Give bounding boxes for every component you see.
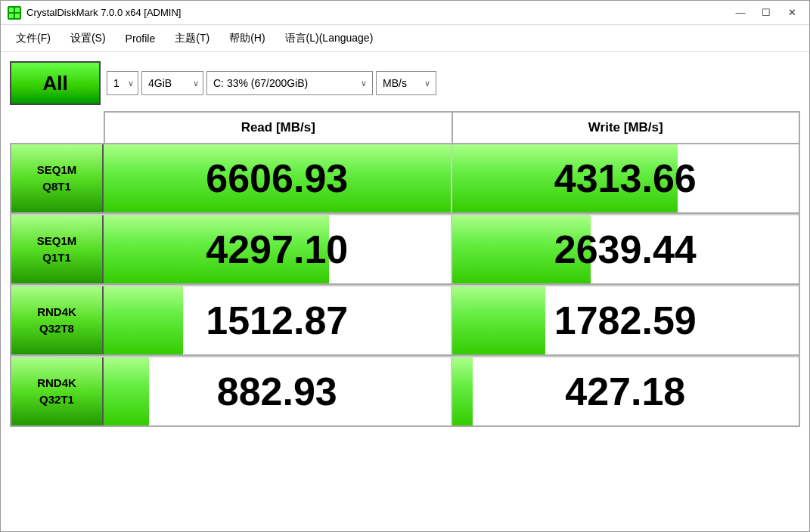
- drive-select[interactable]: C: 33% (67/200GiB): [206, 71, 373, 95]
- row-label-3: RND4K Q32T1: [11, 357, 104, 425]
- unit-dropdown-wrapper: MB/s GB/s: [376, 71, 436, 95]
- title-bar-left: CrystalDiskMark 7.0.0 x64 [ADMIN]: [7, 5, 181, 20]
- drive-dropdown-wrapper: C: 33% (67/200GiB): [206, 71, 373, 95]
- svg-rect-1: [9, 8, 14, 12]
- row-values-0: 6606.93 4313.66: [104, 144, 799, 212]
- row-label-1: SEQ1M Q1T1: [11, 215, 104, 283]
- header-cols: Read [MB/s] Write [MB/s]: [104, 111, 800, 143]
- row-label-0: SEQ1M Q8T1: [11, 144, 104, 212]
- table-row: SEQ1M Q8T1 6606.93 4313.66: [11, 144, 799, 214]
- table-row: SEQ1M Q1T1 4297.10 2639.44: [11, 214, 799, 285]
- read-value-3: 882.93: [104, 357, 451, 425]
- read-value-2: 1512.87: [104, 286, 451, 354]
- menu-file[interactable]: 文件(F): [7, 29, 60, 48]
- row-values-1: 4297.10 2639.44: [104, 215, 799, 283]
- count-dropdown-wrapper: 1 3 5: [107, 71, 138, 95]
- menu-language[interactable]: 语言(L)(Language): [276, 29, 383, 48]
- write-header: Write [MB/s]: [453, 113, 799, 143]
- data-rows-container: SEQ1M Q8T1 6606.93 4313.66: [10, 143, 800, 427]
- unit-select[interactable]: MB/s GB/s: [376, 71, 436, 95]
- maximize-button[interactable]: ☐: [755, 5, 777, 20]
- header-spacer: [10, 111, 104, 143]
- app-window: CrystalDiskMark 7.0.0 x64 [ADMIN] — ☐ ✕ …: [0, 0, 810, 532]
- write-value-0: 4313.66: [451, 144, 799, 212]
- minimize-button[interactable]: —: [729, 5, 752, 20]
- title-bar: CrystalDiskMark 7.0.0 x64 [ADMIN] — ☐ ✕: [1, 1, 809, 25]
- results-area: Read [MB/s] Write [MB/s] SEQ1M Q8T1 6606…: [10, 111, 800, 427]
- read-value-1: 4297.10: [104, 215, 451, 283]
- write-value-3: 427.18: [451, 357, 799, 425]
- read-header: Read [MB/s]: [105, 113, 453, 143]
- menu-theme[interactable]: 主题(T): [166, 29, 219, 48]
- svg-rect-2: [15, 8, 20, 12]
- menu-bar: 文件(F) 设置(S) Profile 主题(T) 帮助(H) 语言(L)(La…: [1, 25, 809, 52]
- row-label-2: RND4K Q32T8: [11, 286, 104, 354]
- menu-profile[interactable]: Profile: [116, 29, 165, 48]
- table-row: RND4K Q32T1 882.93 427.18: [11, 356, 799, 425]
- write-value-1: 2639.44: [451, 215, 799, 283]
- table-row: RND4K Q32T8 1512.87 1782.59: [11, 285, 799, 356]
- window-controls: — ☐ ✕: [729, 5, 803, 20]
- menu-settings[interactable]: 设置(S): [61, 29, 115, 48]
- results-header: Read [MB/s] Write [MB/s]: [10, 111, 800, 143]
- svg-rect-4: [15, 14, 20, 18]
- cdm-icon: [7, 5, 22, 20]
- window-title: CrystalDiskMark 7.0.0 x64 [ADMIN]: [26, 7, 181, 18]
- count-select[interactable]: 1 3 5: [107, 71, 138, 95]
- all-button[interactable]: All: [10, 61, 101, 105]
- size-select[interactable]: 4GiB 1GiB 512MiB: [141, 71, 203, 95]
- menu-help[interactable]: 帮助(H): [220, 29, 274, 48]
- svg-rect-3: [9, 14, 14, 18]
- row-values-2: 1512.87 1782.59: [104, 286, 799, 354]
- controls-row: All 1 3 5 4GiB 1GiB 512MiB C:: [10, 61, 800, 105]
- main-content: All 1 3 5 4GiB 1GiB 512MiB C:: [1, 52, 809, 531]
- write-value-2: 1782.59: [451, 286, 799, 354]
- read-value-0: 6606.93: [104, 144, 451, 212]
- close-button[interactable]: ✕: [781, 5, 803, 20]
- row-values-3: 882.93 427.18: [104, 357, 799, 425]
- size-dropdown-wrapper: 4GiB 1GiB 512MiB: [141, 71, 203, 95]
